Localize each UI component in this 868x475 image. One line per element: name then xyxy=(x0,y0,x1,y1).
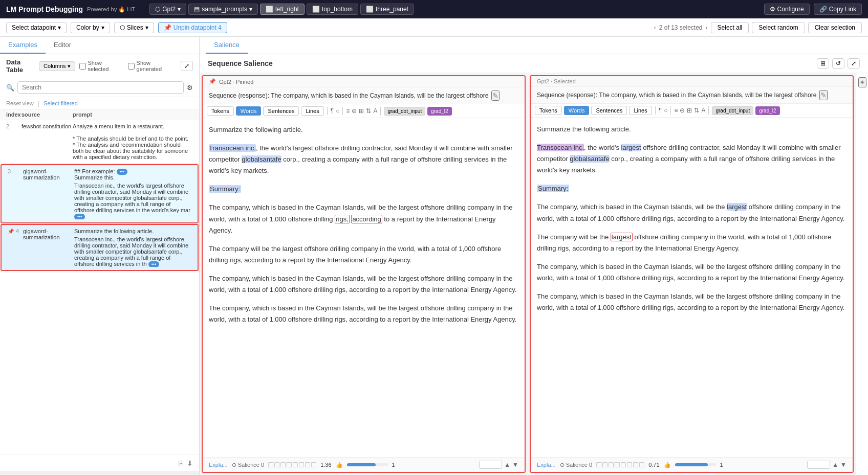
text-icon-1[interactable]: A xyxy=(373,107,377,115)
col-source-header: source xyxy=(21,111,73,118)
arrows-icon-1[interactable]: ⇅ xyxy=(366,107,371,115)
slices-button[interactable]: ⬡ Slices ▾ xyxy=(114,22,154,33)
refresh-button[interactable]: ↺ xyxy=(832,58,844,69)
progress-max-2: 1 xyxy=(720,462,723,468)
grid-view-button[interactable]: ⊞ xyxy=(817,58,829,69)
show-selected-checkbox[interactable] xyxy=(79,63,86,70)
select-datapoint-button[interactable]: Select datapoint ▾ xyxy=(6,22,67,33)
equals-icon-1[interactable]: ≡ xyxy=(346,107,350,115)
search-input[interactable] xyxy=(17,81,184,94)
temp-input-1[interactable]: 0.4 xyxy=(479,461,502,469)
arrows-icon-2[interactable]: ⇅ xyxy=(694,107,699,114)
sal-box xyxy=(280,462,286,467)
select-all-button[interactable]: Select all xyxy=(711,22,749,33)
numeral-icon-2[interactable]: ¶ xyxy=(659,107,662,114)
lines-btn-2[interactable]: Lines xyxy=(629,106,652,115)
words-btn-2[interactable]: Words xyxy=(564,106,590,115)
temp-up-2[interactable]: ▲ xyxy=(832,461,838,468)
model-selector[interactable]: ⬡ Gpt2 ▾ xyxy=(149,4,186,15)
content-para4-1: The company, which is based in the Cayma… xyxy=(209,273,518,296)
table-row[interactable]: 3 gigaword-summarization ## For example:… xyxy=(1,164,199,223)
sal-box xyxy=(639,462,644,467)
tokens-btn-2[interactable]: Tokens xyxy=(535,106,562,115)
table-footer: ⎘ ⬇ xyxy=(0,455,199,471)
minus-circle-icon-1[interactable]: ⊖ xyxy=(352,107,357,115)
text-icon-2[interactable]: A xyxy=(701,107,705,114)
expand-panel-button[interactable]: ⤢ xyxy=(181,61,193,71)
cell-source: fewshot-constitution xyxy=(21,123,73,160)
layout-top-bottom[interactable]: ⬜ top_bottom xyxy=(307,4,358,15)
table-row[interactable]: 2 fewshot-constitution Analyze a menu it… xyxy=(0,120,199,164)
copy-button[interactable]: ⎘ xyxy=(179,459,183,467)
grad-l2-btn-1[interactable]: grad_l2 xyxy=(427,107,451,116)
layout-three-panel[interactable]: ⬜ three_panel xyxy=(360,4,414,15)
grid-icon-1[interactable]: ⊞ xyxy=(359,107,364,115)
lines-btn-1[interactable]: Lines xyxy=(301,106,323,116)
dataset-selector[interactable]: ▤ sample_prompts ▾ xyxy=(188,4,258,15)
color-by-button[interactable]: Color by ▾ xyxy=(71,22,110,33)
sparkle-button[interactable]: ✦ xyxy=(858,77,866,87)
tokens-btn-1[interactable]: Tokens xyxy=(207,106,234,116)
salience-header-controls: ⊞ ↺ ⤢ xyxy=(817,58,860,69)
temp-down-1[interactable]: ▼ xyxy=(512,461,518,468)
more-button[interactable]: ••• xyxy=(148,261,159,267)
clear-selection-button[interactable]: Clear selection xyxy=(808,22,862,33)
grad-dot-input-btn-1[interactable]: grad_dot_input xyxy=(384,107,425,116)
data-table-title: Data Table xyxy=(6,58,39,74)
salience-label-1: ⊙ Salience 0 xyxy=(232,462,264,468)
more-button[interactable]: ••• xyxy=(74,214,85,219)
zero-icon-2[interactable]: ○ xyxy=(664,107,667,114)
grad-dot-input-btn-2[interactable]: grad_dot_input xyxy=(712,106,753,115)
expl-button-2[interactable]: Expla... xyxy=(537,462,556,468)
words-btn-1[interactable]: Words xyxy=(236,106,262,116)
table-row-pinned[interactable]: 📌4 gigaword-summarization Summarize the … xyxy=(1,224,199,271)
content-para1-1: Transocean inc., the world's largest off… xyxy=(209,143,518,176)
temp-input-2[interactable]: 0.4 xyxy=(807,461,830,469)
grid-icon-2[interactable]: ⊞ xyxy=(687,107,692,114)
show-generated-label: Show generated xyxy=(128,60,177,72)
expl-button-1[interactable]: Expla... xyxy=(209,462,228,468)
col-index-header: index xyxy=(6,111,21,118)
reset-view-button[interactable]: Reset view xyxy=(6,99,34,107)
minus-circle-icon-2[interactable]: ⊖ xyxy=(680,107,685,114)
layout-icon: ⬜ xyxy=(366,6,374,13)
configure-button[interactable]: ⚙ Configure xyxy=(764,4,810,15)
tab-editor[interactable]: Editor xyxy=(46,37,79,54)
cell-index: 2 xyxy=(6,123,21,160)
intro-text-2: Summarize the following article. xyxy=(537,125,631,133)
temp-down-2[interactable]: ▼ xyxy=(840,461,847,468)
summary-label-1: Summary: xyxy=(209,185,241,193)
edit-response-button-1[interactable]: ✎ xyxy=(491,91,500,101)
copy-link-button[interactable]: 🔗 Copy Link xyxy=(814,4,862,15)
sentences-btn-1[interactable]: Sentences xyxy=(263,106,299,116)
horizontal-scrollbar[interactable] xyxy=(0,471,199,475)
zero-icon-1[interactable]: ○ xyxy=(336,107,339,115)
sentences-btn-2[interactable]: Sentences xyxy=(591,106,627,115)
expand-button[interactable]: ⤢ xyxy=(848,58,860,69)
cell-prompt: Summarize the following article. Transoc… xyxy=(74,228,191,267)
tab-salience[interactable]: Salience xyxy=(206,37,248,54)
pane-footer-1: Expla... ⊙ Salience 0 1.36 👍 xyxy=(203,457,525,472)
unpin-button[interactable]: 📌 Unpin datapoint 4 xyxy=(158,22,227,33)
pane-footer-2: Expla... ⊙ Salience 0 0.71 👍 xyxy=(531,457,853,472)
response-bar-1: Sequence (response): The company, which … xyxy=(203,87,525,104)
temp-up-1[interactable]: ▲ xyxy=(504,461,510,468)
select-random-button[interactable]: Select random xyxy=(752,22,805,33)
chevron-down-icon: ▾ xyxy=(101,24,104,31)
edit-response-button-2[interactable]: ✎ xyxy=(819,90,828,100)
temp-control-2: 0.4 ▲ ▼ xyxy=(807,461,847,469)
equals-icon-2[interactable]: ≡ xyxy=(674,107,678,114)
columns-button[interactable]: Columns ▾ xyxy=(39,61,75,71)
pin-icon: 📌 xyxy=(8,229,14,234)
show-generated-checkbox[interactable] xyxy=(128,63,135,70)
more-button[interactable]: ••• xyxy=(117,169,127,175)
select-filtered-button[interactable]: Select filtered xyxy=(44,99,78,107)
grad-l2-btn-2[interactable]: grad_l2 xyxy=(755,106,779,115)
tab-examples[interactable]: Examples xyxy=(0,37,46,54)
pane-content-1: Summarize the following article. Transoc… xyxy=(203,118,525,457)
download-button[interactable]: ⬇ xyxy=(187,459,193,467)
transocean-highlight-2: Transocean inc. xyxy=(537,144,584,151)
layout-left-right[interactable]: ⬜ left_right xyxy=(260,4,305,15)
sal-box xyxy=(615,462,620,467)
numeral-icon-1[interactable]: ¶ xyxy=(331,107,334,115)
